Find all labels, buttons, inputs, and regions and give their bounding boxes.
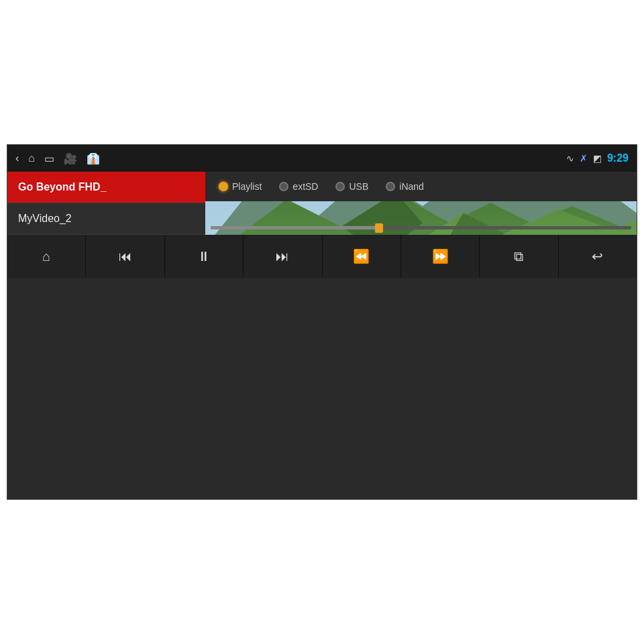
inand-dot (386, 182, 395, 191)
inand-label: iNand (399, 181, 424, 192)
pause-button[interactable]: ⏸ (165, 235, 244, 278)
video-thumbnail (205, 201, 637, 235)
bottom-controls: ⌂ ⏮ ⏸ ⏭ ⏪ ⏩ ⧉ ↩ (7, 235, 637, 278)
tab-playlist[interactable]: Playlist (212, 178, 268, 195)
progress-fill (211, 226, 379, 229)
source-tabs: Playlist extSD USB iNand (205, 172, 637, 201)
progress-track[interactable] (211, 226, 631, 229)
playlist-label: Playlist (232, 181, 262, 192)
home-button[interactable]: ⌂ (7, 235, 86, 278)
back-button[interactable]: ↩ (559, 235, 637, 278)
nav-icons: ‹ ⌂ ▭ 🎥 👔 (15, 152, 100, 165)
tab-extsd[interactable]: extSD (272, 178, 325, 195)
wifi-icon: ◩ (593, 153, 602, 164)
tab-usb[interactable]: USB (329, 178, 375, 195)
playlist-item-0[interactable]: Go Beyond FHD_ (7, 172, 205, 203)
camera-nav-icon[interactable]: 🎥 (64, 152, 77, 165)
progress-bar-container[interactable] (205, 226, 637, 229)
rewind-button[interactable]: ⏪ (323, 235, 401, 278)
status-right: ∿ ✗ ◩ 9:29 (566, 152, 629, 164)
cast-icon: ∿ (566, 153, 574, 164)
bluetooth-icon: ✗ (580, 153, 588, 164)
fullscreen-button[interactable]: ⧉ (480, 235, 558, 278)
playlist-sidebar: Go Beyond FHD_ MyVideo_2 (7, 172, 205, 235)
usb-label: USB (349, 181, 368, 192)
prev-button[interactable]: ⏮ (86, 235, 164, 278)
progress-thumb[interactable] (375, 223, 383, 233)
status-bar: ‹ ⌂ ▭ 🎥 👔 ∿ ✗ ◩ 9:29 (7, 145, 637, 172)
main-content: Go Beyond FHD_ MyVideo_2 Playlist extSD (7, 172, 637, 235)
forward-button[interactable]: ⏩ (401, 235, 480, 278)
status-time: 9:29 (607, 152, 629, 164)
video-area: wincairan.ir wincairan.ir wincairan.ir w… (205, 201, 637, 235)
device-frame: ‹ ⌂ ▭ 🎥 👔 ∿ ✗ ◩ 9:29 Go Beyond FHD_ MyVi… (7, 144, 637, 500)
usb-dot (335, 182, 345, 191)
home-nav-icon[interactable]: ⌂ (28, 152, 35, 164)
back-nav-icon[interactable]: ‹ (15, 152, 19, 164)
extsd-label: extSD (292, 181, 318, 192)
bag-nav-icon[interactable]: 👔 (87, 152, 100, 165)
playlist-dot (219, 182, 228, 191)
landscape-svg (205, 201, 637, 235)
next-button[interactable]: ⏭ (244, 235, 322, 278)
recents-nav-icon[interactable]: ▭ (44, 152, 54, 165)
playlist-item-1[interactable]: MyVideo_2 (7, 203, 205, 235)
extsd-dot (279, 182, 288, 191)
tab-inand[interactable]: iNand (379, 178, 431, 195)
right-panel: Playlist extSD USB iNand (205, 172, 637, 235)
